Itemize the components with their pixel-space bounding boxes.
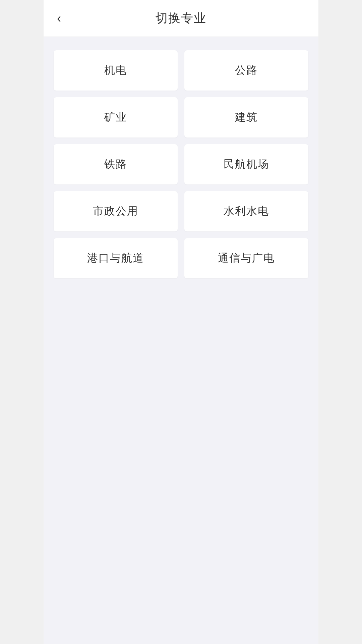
back-button[interactable]: ‹ [54,9,64,28]
grid-item-label-jianzhu: 建筑 [235,110,258,125]
app-container: ‹ 切换专业 机电公路矿业建筑铁路民航机场市政公用水利水电港口与航道通信与广电 [44,0,318,644]
grid-item-kuangye[interactable]: 矿业 [54,97,178,138]
grid-item-label-jidian: 机电 [104,63,127,78]
grid-item-shizhenggongyong[interactable]: 市政公用 [54,191,178,231]
grid-item-label-tielu: 铁路 [104,157,127,172]
back-icon: ‹ [57,11,61,25]
grid-item-label-tongxinyuguangdian: 通信与广电 [218,251,275,266]
page-title: 切换专业 [156,10,206,26]
content-area: 机电公路矿业建筑铁路民航机场市政公用水利水电港口与航道通信与广电 [44,37,318,292]
grid-item-jidian[interactable]: 机电 [54,50,178,91]
specialty-grid: 机电公路矿业建筑铁路民航机场市政公用水利水电港口与航道通信与广电 [54,50,308,278]
grid-item-label-shuilishuidan: 水利水电 [224,204,269,219]
grid-item-tongxinyuguangdian[interactable]: 通信与广电 [184,238,308,278]
grid-item-label-gangkouhanghao: 港口与航道 [87,251,144,266]
grid-item-label-minhanjichang: 民航机场 [224,157,269,172]
grid-item-shuilishuidan[interactable]: 水利水电 [184,191,308,231]
grid-item-gonglu[interactable]: 公路 [184,50,308,91]
grid-item-tielu[interactable]: 铁路 [54,144,178,184]
grid-item-minhanjichang[interactable]: 民航机场 [184,144,308,184]
grid-item-label-gonglu: 公路 [235,63,258,78]
grid-item-gangkouhanghao[interactable]: 港口与航道 [54,238,178,278]
grid-item-jianzhu[interactable]: 建筑 [184,97,308,138]
grid-item-label-shizhenggongyong: 市政公用 [93,204,138,219]
grid-item-label-kuangye: 矿业 [104,110,127,125]
header: ‹ 切换专业 [44,0,318,37]
